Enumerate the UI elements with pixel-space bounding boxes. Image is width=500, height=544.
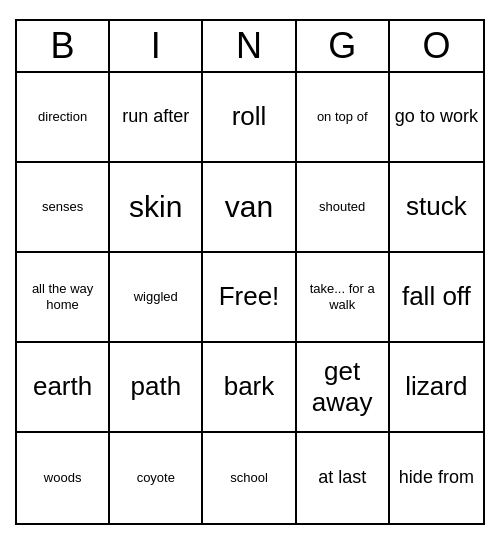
bingo-cell: all the way home	[17, 253, 110, 343]
bingo-cell: roll	[203, 73, 296, 163]
bingo-cell: lizard	[390, 343, 483, 433]
header-letter: B	[17, 21, 110, 71]
header-letter: O	[390, 21, 483, 71]
header-letter: I	[110, 21, 203, 71]
bingo-cell: coyote	[110, 433, 203, 523]
bingo-cell: run after	[110, 73, 203, 163]
bingo-cell: on top of	[297, 73, 390, 163]
bingo-cell: shouted	[297, 163, 390, 253]
bingo-cell: fall off	[390, 253, 483, 343]
bingo-header: BINGO	[17, 21, 483, 73]
bingo-cell: get away	[297, 343, 390, 433]
bingo-cell: stuck	[390, 163, 483, 253]
bingo-cell: at last	[297, 433, 390, 523]
bingo-card: BINGO directionrun afterrollon top ofgo …	[15, 19, 485, 525]
bingo-grid: directionrun afterrollon top ofgo to wor…	[17, 73, 483, 523]
bingo-cell: Free!	[203, 253, 296, 343]
header-letter: G	[297, 21, 390, 71]
bingo-cell: path	[110, 343, 203, 433]
bingo-cell: wiggled	[110, 253, 203, 343]
bingo-cell: woods	[17, 433, 110, 523]
bingo-cell: go to work	[390, 73, 483, 163]
bingo-cell: skin	[110, 163, 203, 253]
bingo-cell: senses	[17, 163, 110, 253]
bingo-cell: direction	[17, 73, 110, 163]
bingo-cell: van	[203, 163, 296, 253]
bingo-cell: take... for a walk	[297, 253, 390, 343]
bingo-cell: school	[203, 433, 296, 523]
bingo-cell: bark	[203, 343, 296, 433]
header-letter: N	[203, 21, 296, 71]
bingo-cell: hide from	[390, 433, 483, 523]
bingo-cell: earth	[17, 343, 110, 433]
